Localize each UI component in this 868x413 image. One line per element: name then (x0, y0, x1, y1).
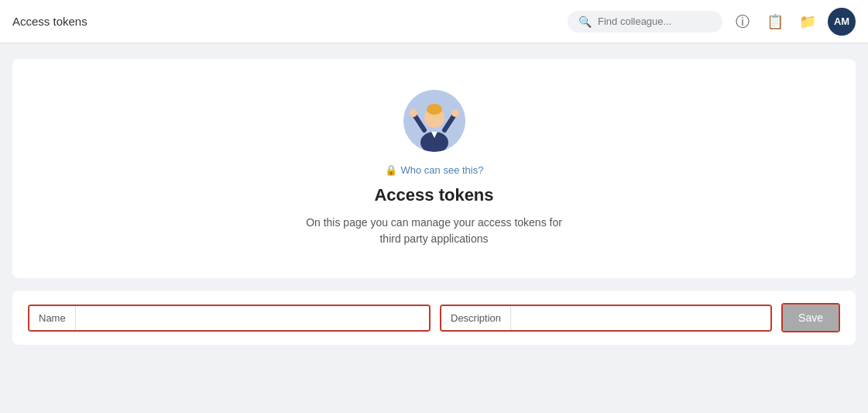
save-button-wrapper: Save (781, 303, 840, 332)
card-title: Access tokens (374, 185, 493, 205)
name-input-wrapper: Name (28, 305, 431, 332)
description-input-wrapper: Description (440, 305, 772, 332)
svg-point-3 (427, 104, 442, 115)
main-content: 🔒 Who can see this? Access tokens On thi… (0, 43, 868, 360)
name-input[interactable] (76, 306, 429, 330)
avatar-button[interactable]: AM (828, 8, 856, 36)
help-button[interactable]: ⓘ (730, 9, 755, 34)
search-bar[interactable]: 🔍 (568, 11, 722, 33)
svg-point-5 (410, 109, 417, 117)
privacy-text: Who can see this? (401, 164, 484, 176)
form-row: Name Description Save (12, 291, 856, 345)
description-input[interactable] (511, 306, 770, 330)
search-input[interactable] (598, 15, 712, 27)
upload-button[interactable]: 📁 (795, 9, 820, 34)
svg-point-7 (451, 109, 459, 117)
name-label: Name (29, 306, 76, 330)
card-description: On this page you can manage your access … (295, 215, 574, 247)
upload-icon: 📁 (799, 13, 816, 30)
avatar-initials: AM (834, 15, 849, 27)
search-icon: 🔍 (578, 15, 592, 28)
page-title: Access tokens (12, 15, 87, 28)
clipboard-button[interactable]: 📋 (763, 9, 787, 34)
description-label: Description (441, 306, 511, 330)
clipboard-icon: 📋 (767, 13, 784, 30)
info-card: 🔒 Who can see this? Access tokens On thi… (12, 59, 856, 278)
privacy-link[interactable]: 🔒 Who can see this? (385, 164, 484, 176)
avatar-circle (403, 90, 465, 152)
save-button[interactable]: Save (783, 305, 839, 331)
lock-icon: 🔒 (385, 164, 397, 176)
avatar-illustration (403, 90, 465, 152)
header-actions: 🔍 ⓘ 📋 📁 AM (568, 8, 856, 36)
header: Access tokens 🔍 ⓘ 📋 📁 AM (0, 0, 868, 43)
help-icon: ⓘ (736, 12, 750, 31)
